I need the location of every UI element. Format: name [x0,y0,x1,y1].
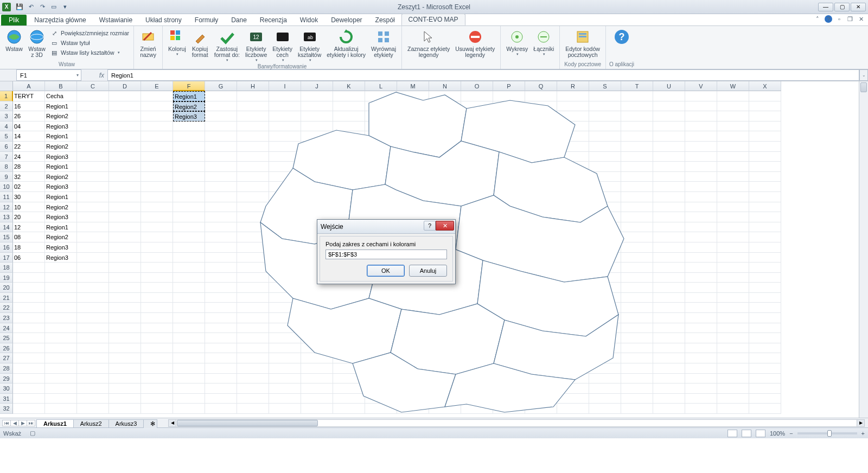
col-header[interactable]: M [397,81,429,91]
cell[interactable] [685,91,717,101]
cell[interactable] [13,394,45,404]
cell[interactable] [685,192,717,202]
row-header[interactable]: 10 [0,182,13,192]
fx-icon[interactable]: fx [99,72,104,79]
cell[interactable] [749,162,781,172]
cell[interactable] [173,172,205,182]
cell[interactable] [141,131,173,142]
col-header[interactable]: U [653,81,685,91]
col-header[interactable]: A [13,81,45,91]
cell[interactable] [653,202,685,213]
window-restore-icon[interactable]: ▫ [835,15,843,23]
cell[interactable] [685,263,717,273]
cell[interactable] [749,363,781,374]
cell[interactable]: Region2 [45,232,77,242]
row-header[interactable]: 22 [0,303,13,313]
cell[interactable] [653,374,685,384]
cell[interactable] [141,192,173,202]
cell[interactable] [173,152,205,162]
cell[interactable] [173,323,205,334]
cell[interactable] [173,222,205,233]
cell[interactable] [685,283,717,293]
row-header[interactable]: 21 [0,293,13,303]
cell[interactable] [749,394,781,404]
cell[interactable] [749,182,781,192]
cell[interactable] [685,363,717,374]
new-sheet-button[interactable]: ✻ [143,419,157,428]
cell[interactable] [173,383,205,394]
cell[interactable] [749,313,781,323]
cell[interactable] [13,263,45,273]
cell[interactable] [653,212,685,222]
col-header[interactable]: W [717,81,749,91]
cell[interactable] [141,253,173,263]
row-header[interactable]: 12 [0,202,13,213]
cell[interactable] [45,394,77,404]
cell[interactable] [45,303,77,313]
cell[interactable]: Region1 [45,222,77,233]
cell[interactable] [685,101,717,112]
cell[interactable] [717,122,749,132]
cell[interactable]: 02 [13,182,45,192]
cell[interactable] [653,293,685,303]
cell[interactable]: Region3 [45,212,77,222]
col-header[interactable]: P [493,81,525,91]
row-header[interactable]: 1 [0,91,13,101]
cell[interactable] [749,404,781,414]
cell[interactable] [13,374,45,384]
cell[interactable] [685,404,717,414]
row-header[interactable]: 24 [0,323,13,334]
cell[interactable] [653,333,685,343]
cell[interactable] [749,263,781,273]
cell[interactable] [653,192,685,202]
cell[interactable]: Region1 [45,101,77,112]
cell[interactable]: 26 [13,111,45,122]
wstaw-button[interactable]: Wstaw [3,27,25,53]
cell[interactable] [173,303,205,313]
cell[interactable]: 10 [13,202,45,213]
ribbon-tab-3[interactable]: Formuły [188,15,225,25]
cell[interactable] [141,242,173,253]
cell[interactable] [717,253,749,263]
cell[interactable] [653,101,685,112]
cell[interactable] [173,263,205,273]
cell[interactable]: 14 [13,131,45,142]
cell[interactable] [77,242,109,253]
row-header[interactable]: 26 [0,343,13,354]
cell[interactable] [45,273,77,283]
wstaw-3d-button[interactable]: Wstaw z 3D [26,27,48,59]
cell[interactable]: Region3 [173,111,205,122]
row-header[interactable]: 16 [0,242,13,253]
cell[interactable]: 28 [13,162,45,172]
cell[interactable] [173,374,205,384]
etykiety-liczbowe-button[interactable]: 12Etykiety liczbowe [243,27,269,63]
cell[interactable] [45,313,77,323]
maximize-button[interactable]: ▢ [834,3,850,11]
cell[interactable] [173,283,205,293]
cell[interactable] [749,283,781,293]
cell[interactable] [45,343,77,354]
cell[interactable]: 08 [13,232,45,242]
row-header[interactable]: 17 [0,253,13,263]
cell[interactable] [109,353,141,363]
cell[interactable] [109,363,141,374]
undo-icon[interactable]: ↶ [26,2,36,12]
wyrownaj-button[interactable]: Wyrównaj etykiety [369,27,398,59]
cell[interactable] [77,101,109,112]
ribbon-tab-6[interactable]: Widok [293,15,324,25]
cell[interactable] [77,383,109,394]
cell[interactable] [45,353,77,363]
cell[interactable] [685,162,717,172]
cell[interactable] [717,222,749,233]
cell[interactable] [141,162,173,172]
cell[interactable] [685,111,717,122]
col-header[interactable]: K [333,81,365,91]
cell[interactable] [141,142,173,152]
ribbon-minimize-icon[interactable]: ˄ [814,15,821,23]
cell[interactable] [109,323,141,334]
cell[interactable] [685,323,717,334]
cell[interactable] [77,122,109,132]
row-header[interactable]: 3 [0,111,13,122]
cell[interactable]: Region2 [45,111,77,122]
cell[interactable] [653,232,685,242]
